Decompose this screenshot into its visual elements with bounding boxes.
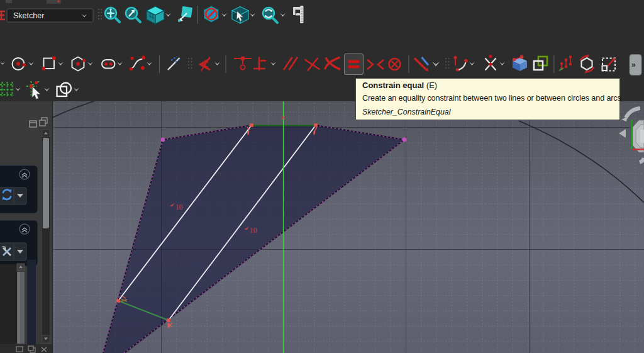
svg-text:10: 10 xyxy=(250,227,257,234)
svg-text:Sketcher: Sketcher xyxy=(13,11,44,20)
svg-text:»: » xyxy=(631,60,636,69)
svg-text:10: 10 xyxy=(175,203,183,211)
